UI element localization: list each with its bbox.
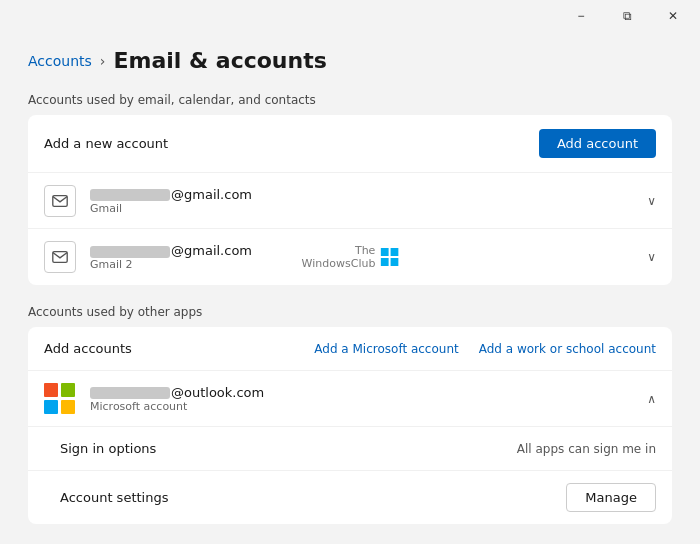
blurred-email-1 bbox=[90, 189, 170, 201]
gmail-1-address: @gmail.com bbox=[90, 187, 252, 202]
breadcrumb-separator: › bbox=[100, 53, 106, 69]
account-settings-row: Account settings Manage bbox=[28, 471, 672, 524]
other-apps-section-title: Accounts used by other apps bbox=[28, 305, 672, 319]
ms-account-info: @outlook.com Microsoft account bbox=[90, 385, 264, 413]
sign-in-options-label: Sign in options bbox=[60, 441, 156, 456]
ms-account-row[interactable]: @outlook.com Microsoft account ∧ bbox=[28, 371, 672, 427]
blurred-email-2 bbox=[90, 246, 170, 258]
ms-logo-red bbox=[44, 383, 58, 397]
watermark-line2: WindowsClub bbox=[302, 257, 376, 270]
ms-account-type: Microsoft account bbox=[90, 400, 264, 413]
gmail-2-info: @gmail.com Gmail 2 bbox=[90, 243, 252, 271]
manage-button[interactable]: Manage bbox=[566, 483, 656, 512]
sign-in-options-row[interactable]: Sign in options All apps can sign me in bbox=[28, 427, 672, 471]
mail-icon-1 bbox=[44, 185, 76, 217]
gmail-1-info: @gmail.com Gmail bbox=[90, 187, 252, 215]
svg-rect-1 bbox=[53, 252, 67, 263]
add-new-label: Add a new account bbox=[44, 136, 168, 151]
main-content: Accounts › Email & accounts Accounts use… bbox=[0, 32, 700, 544]
ms-logo-green bbox=[61, 383, 75, 397]
minimize-button[interactable]: − bbox=[558, 0, 604, 32]
svg-rect-0 bbox=[53, 195, 67, 206]
watermark-line1: The bbox=[302, 244, 376, 257]
title-bar: − ⧉ ✕ bbox=[0, 0, 700, 32]
gmail-account-1-row[interactable]: @gmail.com Gmail ∨ bbox=[28, 173, 672, 229]
other-apps-card: Add accounts Add a Microsoft account Add… bbox=[28, 327, 672, 524]
add-work-school-link[interactable]: Add a work or school account bbox=[479, 342, 656, 356]
add-accounts-label: Add accounts bbox=[44, 341, 132, 356]
maximize-button[interactable]: ⧉ bbox=[604, 0, 650, 32]
add-new-account-row: Add a new account Add account bbox=[28, 115, 672, 173]
chevron-up-icon: ∧ bbox=[647, 392, 656, 406]
ms-account-address: @outlook.com bbox=[90, 385, 264, 400]
ms-logo-blue bbox=[44, 400, 58, 414]
breadcrumb-accounts[interactable]: Accounts bbox=[28, 53, 92, 69]
watermark: The WindowsClub bbox=[302, 244, 399, 270]
gmail-account-2-row[interactable]: @gmail.com Gmail 2 The WindowsClub ∨ bbox=[28, 229, 672, 285]
sign-in-options-value: All apps can sign me in bbox=[517, 442, 656, 456]
add-accounts-row: Add accounts Add a Microsoft account Add… bbox=[28, 327, 672, 371]
add-microsoft-account-link[interactable]: Add a Microsoft account bbox=[314, 342, 458, 356]
svg-rect-3 bbox=[390, 248, 398, 256]
blurred-ms-email bbox=[90, 387, 170, 399]
mail-svg-2 bbox=[51, 248, 69, 266]
chevron-down-icon-1: ∨ bbox=[647, 194, 656, 208]
page-title: Email & accounts bbox=[113, 48, 326, 73]
windows-logo-watermark bbox=[380, 248, 398, 266]
add-account-button[interactable]: Add account bbox=[539, 129, 656, 158]
breadcrumb: Accounts › Email & accounts bbox=[28, 48, 672, 73]
email-accounts-section-title: Accounts used by email, calendar, and co… bbox=[28, 93, 672, 107]
svg-rect-4 bbox=[380, 258, 388, 266]
mail-svg-1 bbox=[51, 192, 69, 210]
email-accounts-card: Add a new account Add account @gmail.com… bbox=[28, 115, 672, 285]
svg-rect-5 bbox=[390, 258, 398, 266]
microsoft-logo bbox=[44, 383, 76, 415]
ms-logo-yellow bbox=[61, 400, 75, 414]
gmail-2-address: @gmail.com bbox=[90, 243, 252, 258]
close-button[interactable]: ✕ bbox=[650, 0, 696, 32]
gmail-1-label: Gmail bbox=[90, 202, 252, 215]
gmail-2-label: Gmail 2 bbox=[90, 258, 252, 271]
account-settings-label: Account settings bbox=[60, 490, 168, 505]
other-apps-links: Add a Microsoft account Add a work or sc… bbox=[314, 342, 656, 356]
svg-rect-2 bbox=[380, 248, 388, 256]
chevron-down-icon-2: ∨ bbox=[647, 250, 656, 264]
mail-icon-2 bbox=[44, 241, 76, 273]
